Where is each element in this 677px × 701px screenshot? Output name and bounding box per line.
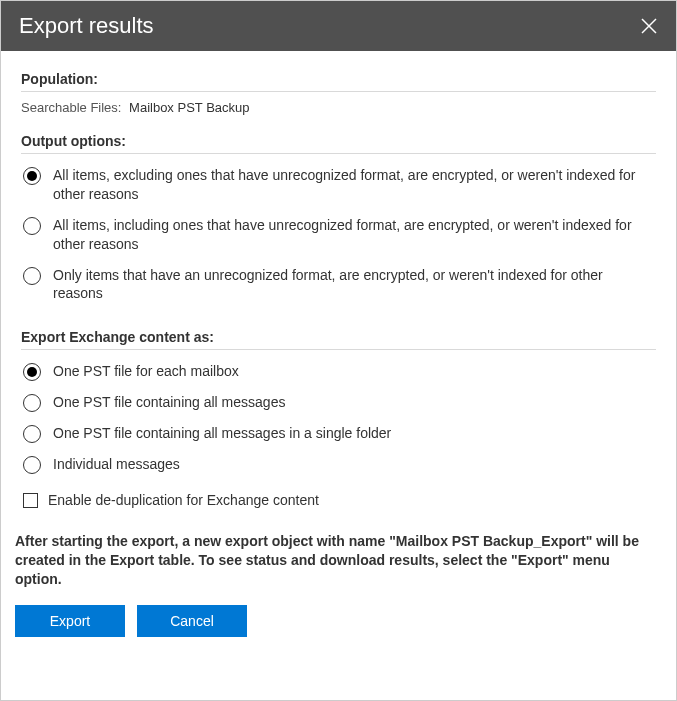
dedup-label: Enable de-duplication for Exchange conte…	[48, 492, 319, 508]
export-individual-messages[interactable]: Individual messages	[23, 455, 656, 474]
export-button[interactable]: Export	[15, 605, 125, 637]
radio-label: Only items that have an unrecognized for…	[53, 266, 656, 304]
export-pst-all-messages[interactable]: One PST file containing all messages	[23, 393, 656, 412]
radio-label: All items, including ones that have unre…	[53, 216, 656, 254]
export-pst-single-folder[interactable]: One PST file containing all messages in …	[23, 424, 656, 443]
dialog-content: Population: Searchable Files: Mailbox PS…	[1, 51, 676, 508]
radio-icon	[23, 425, 41, 443]
output-option-all-excluding[interactable]: All items, excluding ones that have unre…	[23, 166, 656, 204]
radio-label: One PST file for each mailbox	[53, 362, 239, 381]
radio-icon	[23, 217, 41, 235]
export-info-text: After starting the export, a new export …	[1, 518, 676, 589]
dialog-title: Export results	[19, 13, 154, 39]
dedup-checkbox-row[interactable]: Enable de-duplication for Exchange conte…	[23, 492, 656, 508]
radio-icon	[23, 456, 41, 474]
checkbox-icon	[23, 493, 38, 508]
radio-label: One PST file containing all messages	[53, 393, 285, 412]
radio-label: One PST file containing all messages in …	[53, 424, 391, 443]
radio-icon	[23, 167, 41, 185]
searchable-files-value: Mailbox PST Backup	[129, 100, 249, 115]
radio-label: All items, excluding ones that have unre…	[53, 166, 656, 204]
searchable-files-label: Searchable Files:	[21, 100, 121, 115]
radio-icon	[23, 363, 41, 381]
searchable-files-row: Searchable Files: Mailbox PST Backup	[21, 100, 656, 115]
radio-label: Individual messages	[53, 455, 180, 474]
export-pst-per-mailbox[interactable]: One PST file for each mailbox	[23, 362, 656, 381]
export-content-heading: Export Exchange content as:	[21, 329, 656, 350]
radio-icon	[23, 394, 41, 412]
output-options-heading: Output options:	[21, 133, 656, 154]
button-row: Export Cancel	[1, 589, 676, 655]
output-options-group: All items, excluding ones that have unre…	[21, 166, 656, 303]
dialog-header: Export results	[1, 1, 676, 51]
export-content-group: One PST file for each mailbox One PST fi…	[21, 362, 656, 474]
output-option-only-unrecognized[interactable]: Only items that have an unrecognized for…	[23, 266, 656, 304]
cancel-button[interactable]: Cancel	[137, 605, 247, 637]
output-option-all-including[interactable]: All items, including ones that have unre…	[23, 216, 656, 254]
close-icon[interactable]	[640, 17, 658, 35]
radio-icon	[23, 267, 41, 285]
population-heading: Population:	[21, 71, 656, 92]
